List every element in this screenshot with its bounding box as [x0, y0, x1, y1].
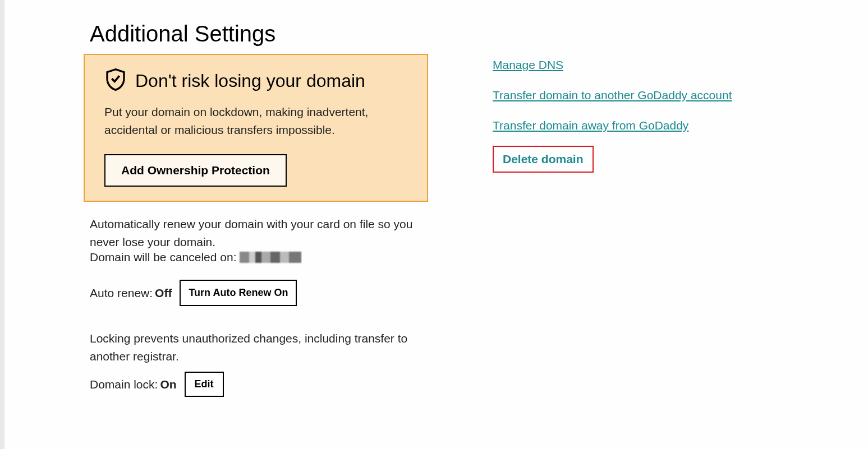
domain-lock-status: On: [160, 378, 176, 391]
panel-header: Don't risk losing your domain: [104, 67, 410, 94]
transfer-to-account-link[interactable]: Transfer domain to another GoDaddy accou…: [493, 89, 732, 102]
auto-renew-section: Automatically renew your domain with you…: [90, 215, 421, 306]
domain-lock-section: Locking prevents unauthorized changes, i…: [90, 330, 421, 397]
delete-domain-link[interactable]: Delete domain: [503, 152, 584, 165]
action-links-column: Manage DNS Transfer domain to another Go…: [493, 58, 732, 173]
domain-lock-description: Locking prevents unauthorized changes, i…: [90, 330, 421, 365]
panel-title: Don't risk losing your domain: [135, 71, 365, 91]
auto-renew-row: Auto renew: Off Turn Auto Renew On: [90, 280, 421, 306]
panel-description: Put your domain on lockdown, making inad…: [104, 103, 410, 138]
domain-lock-label: Domain lock:: [90, 378, 158, 391]
cancel-date-value-redacted: [240, 252, 301, 263]
cancel-date-line: Domain will be canceled on:: [90, 251, 421, 264]
edit-domain-lock-button[interactable]: Edit: [185, 372, 224, 397]
ownership-protection-panel: Don't risk losing your domain Put your d…: [84, 54, 428, 202]
add-ownership-protection-button[interactable]: Add Ownership Protection: [104, 154, 287, 187]
transfer-away-link[interactable]: Transfer domain away from GoDaddy: [493, 119, 732, 132]
auto-renew-description: Automatically renew your domain with you…: [90, 215, 421, 251]
manage-dns-link[interactable]: Manage DNS: [493, 58, 732, 72]
cancel-date-label: Domain will be canceled on:: [90, 251, 236, 264]
delete-domain-highlight-box: Delete domain: [493, 146, 594, 173]
domain-lock-row: Domain lock: On Edit: [90, 372, 421, 397]
shield-check-icon: [104, 67, 127, 94]
left-sidebar-edge: [0, 0, 4, 449]
turn-auto-renew-on-button[interactable]: Turn Auto Renew On: [180, 280, 297, 306]
page-title: Additional Settings: [90, 21, 275, 47]
auto-renew-status: Off: [155, 286, 172, 300]
auto-renew-label: Auto renew:: [90, 286, 153, 300]
